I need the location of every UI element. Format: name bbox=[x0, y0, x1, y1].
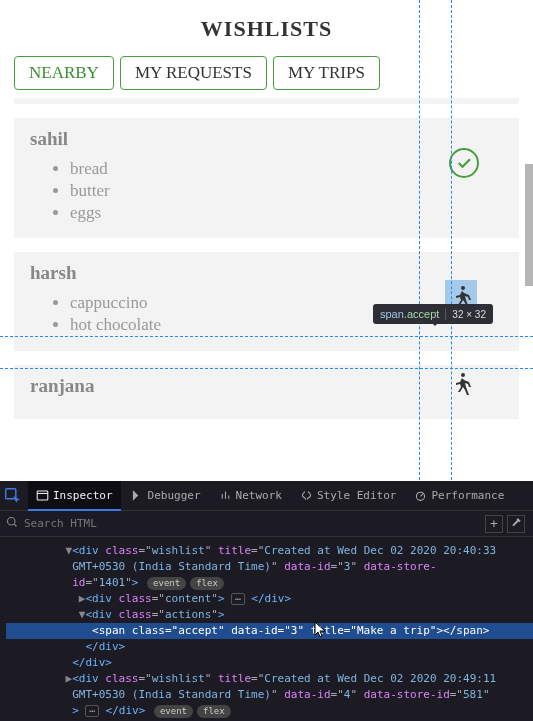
wishlist-owner: sahil bbox=[30, 128, 503, 150]
devtools-search-bar: + bbox=[0, 511, 533, 537]
wishlist-item: butter bbox=[70, 180, 503, 202]
wishlist-owner: harsh bbox=[30, 262, 503, 284]
inspector-tooltip: span.accept 32 × 32 bbox=[373, 304, 493, 324]
add-node-button[interactable]: + bbox=[485, 515, 503, 533]
svg-point-6 bbox=[8, 518, 16, 526]
pick-element-icon[interactable] bbox=[4, 487, 22, 505]
tab-my-trips[interactable]: MY TRIPS bbox=[273, 56, 380, 90]
svg-rect-3 bbox=[37, 491, 48, 500]
selected-dom-node[interactable]: <span class="accept" data-id="3" title="… bbox=[6, 623, 533, 639]
wishlist-owner: ranjana bbox=[30, 375, 503, 397]
devtools-tab-performance[interactable]: Performance bbox=[406, 481, 512, 511]
devtools-tab-debugger[interactable]: Debugger bbox=[123, 481, 209, 511]
scrollbar-thumb[interactable] bbox=[525, 164, 533, 286]
wishlist-card: ranjana bbox=[14, 365, 519, 419]
devtools-tab-inspector[interactable]: Inspector bbox=[28, 481, 121, 511]
svg-point-0 bbox=[461, 286, 465, 290]
tabs: NEARBY MY REQUESTS MY TRIPS bbox=[0, 56, 533, 98]
devtools-tabbar: Inspector Debugger Network Style Editor … bbox=[0, 481, 533, 511]
scrollbar[interactable] bbox=[525, 98, 533, 493]
svg-point-1 bbox=[461, 373, 465, 377]
devtools-tab-network[interactable]: Network bbox=[211, 481, 290, 511]
wishlist-card: chocolate bbox=[14, 98, 519, 104]
accept-runner-icon[interactable] bbox=[445, 367, 477, 399]
wishlist-item: bread bbox=[70, 158, 503, 180]
eyedropper-button[interactable] bbox=[507, 515, 525, 533]
wishlist-item: eggs bbox=[70, 202, 503, 224]
tab-nearby[interactable]: NEARBY bbox=[14, 56, 114, 90]
search-icon bbox=[6, 516, 18, 531]
wishlist-viewport[interactable]: chocolate sahil bread butter eggs harsh … bbox=[0, 98, 533, 493]
devtools-tab-style-editor[interactable]: Style Editor bbox=[292, 481, 404, 511]
devtools-html-tree[interactable]: ▼<div class="wishlist" title="Created at… bbox=[0, 537, 533, 721]
accepted-check-icon bbox=[449, 148, 479, 178]
devtools-search-input[interactable] bbox=[24, 517, 479, 530]
tab-my-requests[interactable]: MY REQUESTS bbox=[120, 56, 267, 90]
devtools-panel: Inspector Debugger Network Style Editor … bbox=[0, 481, 533, 721]
page-title: WISHLISTS bbox=[0, 0, 533, 56]
wishlist-card: harsh cappuccino hot chocolate bbox=[14, 252, 519, 350]
wishlist-card: sahil bread butter eggs bbox=[14, 118, 519, 238]
